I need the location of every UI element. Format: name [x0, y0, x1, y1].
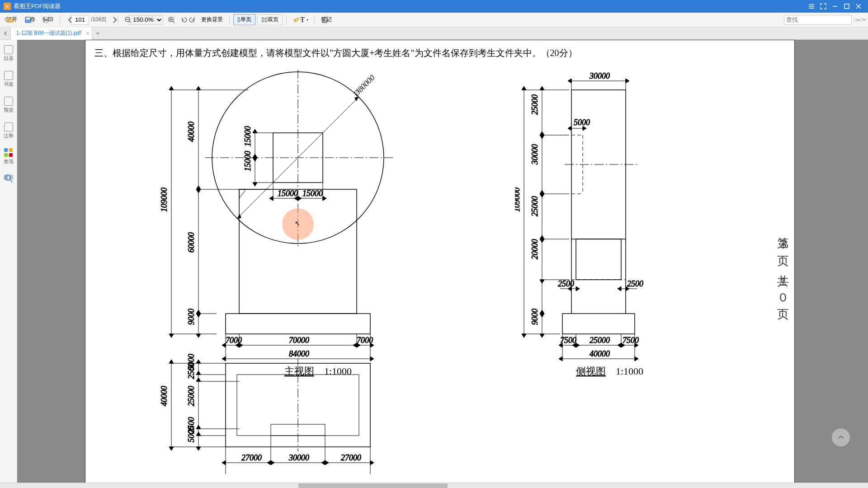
sidebar-item-search[interactable]: 搜索: [0, 172, 17, 183]
front-view-drawing: 109000 40000 60000 9000: [158, 63, 483, 384]
document-page: 三、根据给定尺寸，用体量方式创建模型，请将模型文件以"方圆大厦+考生姓名"为文件…: [85, 40, 795, 483]
sidebar-item-discover[interactable]: 发现: [0, 146, 17, 167]
svg-text:30000: 30000: [530, 144, 539, 165]
svg-text:70000: 70000: [289, 336, 309, 345]
document-viewer[interactable]: 三、根据给定尺寸，用体量方式创建模型，请将模型文件以"方圆大厦+考生姓名"为文件…: [17, 40, 868, 483]
toc-icon: [4, 45, 13, 54]
svg-rect-93: [562, 314, 635, 334]
preview-label: 预览: [4, 107, 14, 113]
titlebar: P 看图王PDF阅读器: [0, 0, 868, 13]
svg-rect-1: [26, 18, 30, 19]
chevron-up-icon: [836, 433, 845, 442]
rotate-left-button[interactable]: [178, 18, 184, 22]
horizontal-scrollbar[interactable]: [298, 483, 448, 488]
svg-text:Ø80000: Ø80000: [351, 73, 377, 99]
svg-text:109000: 109000: [515, 188, 521, 212]
close-button[interactable]: [853, 0, 864, 12]
tab-back-button[interactable]: [0, 27, 11, 40]
double-page-label: 双页: [268, 16, 278, 23]
search-icon: [4, 16, 11, 23]
svg-text:30000: 30000: [589, 71, 610, 80]
annotation-icon: [4, 122, 13, 131]
svg-text:9000: 9000: [530, 309, 539, 325]
svg-text:27000: 27000: [241, 453, 262, 462]
svg-text:27000: 27000: [341, 453, 361, 462]
svg-rect-0: [844, 4, 849, 9]
svg-text:2500: 2500: [627, 279, 643, 288]
document-tab[interactable]: 1-12期 BIM一级试题(1).pdf ×: [11, 27, 92, 40]
search-next-button[interactable]: [860, 19, 864, 21]
svg-text:2500: 2500: [558, 279, 574, 288]
highlight-tool[interactable]: [290, 18, 296, 22]
svg-text:5000: 5000: [187, 426, 196, 442]
notes-button[interactable]: 笔记: [318, 14, 335, 25]
save-button[interactable]: 另存: [22, 14, 38, 25]
zoom-in-button[interactable]: [165, 18, 170, 22]
page-number-label: 第３页 共１０页: [775, 228, 791, 304]
separator: [286, 15, 287, 24]
bookmark-icon: [4, 71, 13, 80]
back-to-top-button[interactable]: [832, 428, 850, 446]
change-bg-button[interactable]: 更换背景: [198, 14, 226, 25]
separator: [60, 15, 60, 24]
svg-text:60000: 60000: [187, 232, 196, 253]
svg-rect-4: [44, 21, 48, 23]
statusbar: [0, 483, 868, 488]
svg-text:15000: 15000: [302, 189, 323, 198]
svg-text:9000: 9000: [187, 309, 196, 325]
toolbar: 打开 另存 打印 /108页 150.0% 更换背景 ▯单页 ▯▯双页 T▪ 笔…: [0, 13, 868, 27]
search-prev-button[interactable]: [854, 19, 858, 21]
svg-text:30000: 30000: [288, 453, 309, 462]
svg-text:109000: 109000: [160, 188, 169, 212]
app-title: 看图王PDF阅读器: [14, 2, 806, 10]
separator: [314, 15, 315, 24]
page-input[interactable]: [71, 15, 89, 25]
svg-text:40000: 40000: [187, 122, 196, 142]
search-icon: [4, 174, 13, 183]
svg-text:5000: 5000: [574, 118, 590, 127]
prev-page-button[interactable]: [64, 18, 69, 22]
toc-label: 目录: [4, 55, 14, 62]
maximize-button[interactable]: [841, 0, 853, 12]
search-input[interactable]: [784, 15, 852, 25]
sidebar-item-preview[interactable]: 预览: [0, 95, 17, 115]
sidebar-item-toc[interactable]: 目录: [0, 43, 17, 64]
double-page-button[interactable]: ▯▯双页: [257, 14, 283, 25]
fullscreen-button[interactable]: [817, 0, 829, 12]
discover-label: 发现: [4, 158, 14, 165]
svg-text:25000: 25000: [590, 336, 610, 345]
separator: [229, 15, 230, 24]
preview-icon: [4, 97, 13, 106]
svg-text:15000: 15000: [243, 126, 252, 146]
svg-text:25000: 25000: [187, 386, 196, 406]
annotation-label: 注释: [4, 132, 14, 139]
top-view-drawing: 40000 5000 2500 25000 2500 5000: [158, 352, 483, 483]
svg-rect-85: [576, 239, 621, 280]
svg-text:侧视图　1:1000: 侧视图 1:1000: [576, 366, 643, 377]
add-tab-button[interactable]: +: [92, 27, 103, 40]
zoom-select[interactable]: 150.0%: [129, 15, 163, 25]
tab-close-icon[interactable]: ×: [86, 30, 89, 37]
sidebar-item-annotation[interactable]: 注释: [0, 121, 17, 141]
svg-text:7500: 7500: [623, 336, 639, 345]
menu-button[interactable]: [806, 0, 817, 12]
single-page-button[interactable]: ▯单页: [233, 14, 255, 25]
app-icon: P: [4, 3, 11, 10]
minimize-button[interactable]: [829, 0, 841, 12]
svg-text:25000: 25000: [530, 196, 539, 216]
tabbar: 1-12期 BIM一级试题(1).pdf × +: [0, 27, 868, 40]
side-view-drawing: 109000 25000 30000 25000 20000 9000: [515, 63, 705, 384]
zoom-out-button[interactable]: [122, 18, 127, 22]
tab-label: 1-12期 BIM一级试题(1).pdf: [16, 29, 81, 37]
page-total: /108页: [91, 16, 107, 23]
sidebar-item-bookmark[interactable]: 书签: [0, 69, 17, 89]
svg-text:15000: 15000: [243, 151, 252, 171]
svg-text:15000: 15000: [278, 189, 298, 198]
sidebar: 目录 书签 预览 注释 发现 搜索: [0, 40, 17, 483]
print-button[interactable]: 打印: [40, 14, 56, 25]
next-page-button[interactable]: [108, 18, 114, 22]
svg-text:40000: 40000: [160, 386, 169, 406]
svg-point-8: [5, 18, 9, 21]
svg-text:40000: 40000: [590, 349, 610, 358]
svg-text:25000: 25000: [530, 94, 539, 115]
